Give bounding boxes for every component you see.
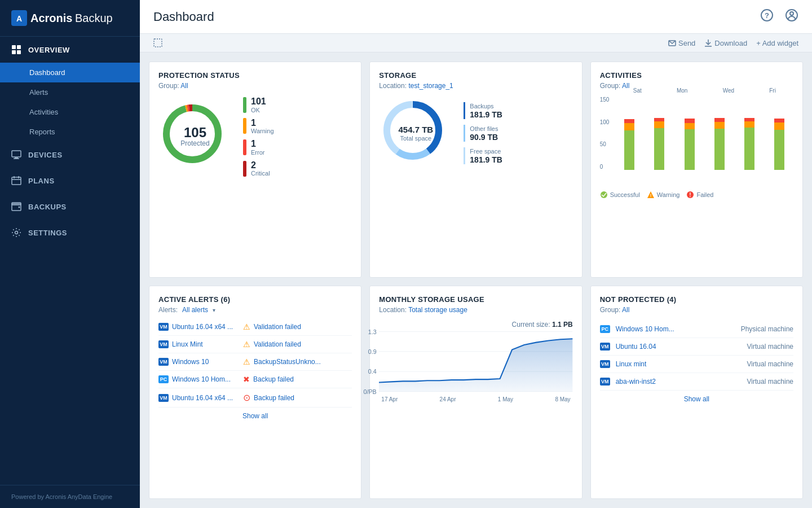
alert-msg-1: Validation failed	[254, 323, 301, 331]
successful-legend-icon	[600, 191, 608, 199]
not-protected-show-all[interactable]: Show all	[600, 395, 793, 403]
svg-text:0.4: 0.4	[368, 368, 377, 375]
np-row-1: PC Windows 10 Hom... Physical machine	[600, 321, 793, 338]
sidebar-footer: Powered by Acronis AnyData Engine	[0, 485, 140, 508]
not-protected-group: Group: All	[600, 306, 793, 314]
bar-thu	[736, 118, 764, 170]
storage-content: 454.7 TB Total space Backups 181.9 TB Ot…	[379, 97, 572, 170]
donut-label: 105 Protected	[180, 126, 209, 147]
not-protected-group-link[interactable]: All	[622, 306, 629, 314]
error-indicator	[243, 139, 246, 155]
plans-icon	[11, 176, 21, 186]
sidebar-section-settings[interactable]: SETTINGS	[0, 220, 140, 246]
sidebar-section-plans[interactable]: PLANS	[0, 168, 140, 194]
storage-title: STORAGE	[379, 71, 572, 80]
np-row-3: VM Linux mint Virtual machine	[600, 356, 793, 373]
bar-sat-warning	[624, 123, 634, 130]
alert-row-2: VM Linux Mint ⚠ Validation failed	[158, 336, 352, 353]
monitor-icon	[11, 150, 21, 160]
bar-sat-failed	[624, 119, 634, 123]
np-type-1: Physical machine	[741, 325, 793, 333]
storage-backups: Backups 181.9 TB	[464, 102, 502, 119]
physical-icon-4: PC	[158, 375, 169, 383]
svg-text:!: !	[650, 193, 652, 198]
storage-location-link[interactable]: test_storage_1	[408, 82, 453, 90]
protection-status-card: PROTECTION STATUS Group: All	[149, 62, 361, 278]
chart-legend: Successful ! Warning !	[600, 191, 793, 199]
svg-point-32	[601, 191, 607, 198]
bar-tue-success	[685, 129, 695, 170]
bar-wed-warning	[714, 122, 725, 129]
user-icon[interactable]	[785, 8, 798, 25]
bar-mon-success	[654, 128, 664, 170]
protection-group-link[interactable]: All	[180, 82, 188, 90]
np-name-3: Linux mint	[616, 360, 742, 368]
svg-rect-4	[12, 50, 16, 54]
help-icon[interactable]: ?	[760, 8, 774, 25]
alert-row-3: VM Windows 10 ⚠ BackupStatusUnkno...	[158, 353, 352, 371]
svg-rect-3	[17, 45, 21, 49]
alerts-show-all[interactable]: Show all	[158, 412, 352, 420]
sidebar-item-reports[interactable]: Reports	[0, 122, 140, 142]
acronis-logo-icon: A	[11, 10, 27, 26]
bar-sat-success	[624, 130, 634, 170]
failed-legend-icon: !	[686, 191, 694, 199]
monthly-line-chart: 1.3 0.9 0.4 0/PB	[379, 331, 572, 393]
sidebar-item-activities[interactable]: Activities	[0, 102, 140, 122]
alert-msg-2: Validation failed	[254, 340, 301, 348]
storage-free: Free space 181.9 TB	[464, 147, 502, 164]
sidebar-section-devices[interactable]: DEVICES	[0, 142, 140, 168]
send-icon	[668, 39, 676, 47]
download-button[interactable]: Download	[704, 39, 747, 47]
monthly-storage-title: MONTHLY STORAGE USAGE	[379, 295, 572, 304]
expand-button[interactable]	[153, 38, 162, 47]
bar-sat	[616, 119, 643, 170]
bar-wed	[705, 118, 733, 170]
alert-msg-3: BackupStatusUnkno...	[254, 358, 321, 366]
monthly-location-link[interactable]: Total storage usage	[408, 306, 467, 314]
bar-mon-warning	[654, 121, 664, 128]
day-labels: Sat Mon Wed Fri	[616, 87, 793, 94]
monthly-storage-card: MONTHLY STORAGE USAGE Location: Total st…	[369, 286, 582, 499]
sidebar-section-overview[interactable]: OVERVIEW	[0, 37, 140, 63]
physical-np-icon-1: PC	[600, 325, 610, 333]
alert-row-1: VM Ubuntu 16.04 x64 ... ⚠ Validation fai…	[158, 318, 352, 336]
svg-text:0/PB: 0/PB	[364, 388, 377, 395]
download-icon	[704, 39, 712, 47]
ok-indicator	[243, 97, 246, 113]
dashboard-grid: PROTECTION STATUS Group: All	[140, 52, 812, 508]
sidebar-item-alerts[interactable]: Alerts	[0, 82, 140, 102]
legend-warning: ! Warning	[647, 191, 680, 199]
legend-failed: ! Failed	[686, 191, 713, 199]
virtual-np-icon-2: VM	[600, 343, 610, 351]
svg-point-15	[19, 207, 20, 208]
alert-name-4: Windows 10 Hom...	[172, 375, 240, 383]
alert-name-2: Linux Mint	[172, 340, 240, 348]
alert-name-3: Windows 10	[172, 358, 240, 366]
svg-text:A: A	[16, 14, 22, 23]
bar-wed-success	[714, 129, 725, 170]
sidebar-section-backups[interactable]: BACKUPS	[0, 194, 140, 220]
activities-bar-chart: 150 100 50 0 Sat Mon Wed Fri	[600, 97, 793, 199]
dropdown-arrow-icon: ▾	[213, 307, 215, 313]
toolbar-right: Send Download + Add widget	[668, 39, 798, 47]
add-widget-button[interactable]: + Add widget	[756, 39, 798, 47]
alert-row-5: VM Ubuntu 16.04 x64 ... ⊙ Backup failed	[158, 388, 352, 408]
warning-alert-icon-2: ⚠	[243, 340, 250, 349]
sidebar-item-dashboard[interactable]: Dashboard	[0, 63, 140, 82]
bar-tue-failed	[685, 119, 695, 123]
svg-rect-5	[17, 50, 21, 54]
monthly-x-labels: 17 Apr 24 Apr 1 May 8 May	[379, 396, 572, 402]
topbar: Dashboard ?	[140, 0, 812, 34]
send-button[interactable]: Send	[668, 39, 695, 47]
not-protected-card: NOT PROTECTED (4) Group: All PC Windows …	[590, 286, 803, 499]
page-title: Dashboard	[153, 10, 214, 24]
np-name-1: Windows 10 Hom...	[616, 325, 735, 333]
vm-icon-3: VM	[158, 358, 169, 366]
storage-donut-chart: 454.7 TB Total space	[379, 97, 452, 170]
alerts-filter-link[interactable]: All alerts	[182, 306, 208, 314]
alert-msg-5: Backup failed	[254, 394, 294, 402]
warning-alert-icon-1: ⚠	[243, 322, 250, 331]
toolbar-left	[153, 38, 162, 47]
protection-content: 105 Protected 101 OK	[158, 97, 352, 177]
